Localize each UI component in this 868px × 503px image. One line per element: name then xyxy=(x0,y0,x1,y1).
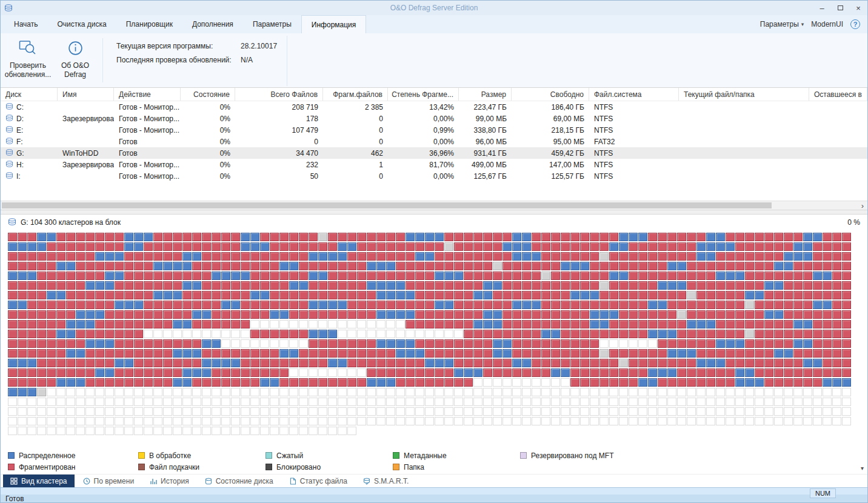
cluster-block[interactable] xyxy=(115,262,124,270)
cluster-block[interactable] xyxy=(425,339,434,348)
cluster-block[interactable] xyxy=(658,242,667,251)
cluster-block[interactable] xyxy=(47,281,56,290)
cluster-block[interactable] xyxy=(677,417,686,425)
cluster-block[interactable] xyxy=(570,233,579,241)
cluster-block[interactable] xyxy=(27,281,36,290)
cluster-block[interactable] xyxy=(338,407,347,416)
cluster-block[interactable] xyxy=(415,368,424,377)
cluster-block[interactable] xyxy=(27,320,36,328)
cluster-block[interactable] xyxy=(173,233,182,241)
cluster-block[interactable] xyxy=(415,252,424,261)
cluster-block[interactable] xyxy=(396,330,405,338)
cluster-block[interactable] xyxy=(755,398,764,406)
cluster-block[interactable] xyxy=(658,359,667,367)
cluster-block[interactable] xyxy=(745,252,754,261)
cluster-block[interactable] xyxy=(18,407,27,416)
cluster-block[interactable] xyxy=(677,368,686,377)
cluster-block[interactable] xyxy=(493,301,502,309)
cluster-block[interactable] xyxy=(153,349,162,358)
cluster-block[interactable] xyxy=(551,252,560,261)
cluster-block[interactable] xyxy=(638,262,647,270)
cluster-block[interactable] xyxy=(231,359,240,367)
cluster-block[interactable] xyxy=(454,233,463,241)
cluster-block[interactable] xyxy=(221,262,230,270)
cluster-block[interactable] xyxy=(726,417,735,425)
cluster-block[interactable] xyxy=(182,407,192,416)
cluster-block[interactable] xyxy=(638,359,647,367)
cluster-block[interactable] xyxy=(590,407,599,416)
cluster-block[interactable] xyxy=(522,262,531,270)
cluster-block[interactable] xyxy=(638,320,647,328)
cluster-block[interactable] xyxy=(774,281,783,290)
cluster-block[interactable] xyxy=(386,291,395,299)
cluster-block[interactable] xyxy=(590,291,599,299)
cluster-block[interactable] xyxy=(561,388,570,396)
cluster-block[interactable] xyxy=(774,378,783,387)
cluster-block[interactable] xyxy=(212,330,221,338)
about-button[interactable]: Об O&O Defrag xyxy=(52,36,99,86)
cluster-block[interactable] xyxy=(735,398,744,406)
cluster-block[interactable] xyxy=(580,310,589,319)
cluster-block[interactable] xyxy=(570,310,579,319)
cluster-block[interactable] xyxy=(425,271,434,280)
cluster-block[interactable] xyxy=(687,301,696,309)
cluster-block[interactable] xyxy=(376,417,386,425)
cluster-block[interactable] xyxy=(367,291,376,299)
cluster-block[interactable] xyxy=(716,398,725,406)
cluster-block[interactable] xyxy=(231,271,240,280)
cluster-block[interactable] xyxy=(842,233,851,241)
cluster-block[interactable] xyxy=(813,291,822,299)
cluster-block[interactable] xyxy=(793,349,803,358)
cluster-block[interactable] xyxy=(241,310,250,319)
cluster-block[interactable] xyxy=(464,281,473,290)
cluster-block[interactable] xyxy=(406,378,415,387)
cluster-block[interactable] xyxy=(590,310,599,319)
cluster-block[interactable] xyxy=(367,271,376,280)
cluster-block[interactable] xyxy=(483,291,492,299)
cluster-block[interactable] xyxy=(638,301,647,309)
cluster-block[interactable] xyxy=(260,262,269,270)
cluster-block[interactable] xyxy=(435,252,444,261)
cluster-block[interactable] xyxy=(134,349,143,358)
cluster-block[interactable] xyxy=(444,271,453,280)
cluster-block[interactable] xyxy=(629,417,638,425)
cluster-block[interactable] xyxy=(270,271,279,280)
cluster-block[interactable] xyxy=(609,417,618,425)
cluster-block[interactable] xyxy=(309,388,318,396)
cluster-block[interactable] xyxy=(250,427,259,435)
column-header-remaining[interactable]: Оставшееся в xyxy=(809,88,867,101)
cluster-block[interactable] xyxy=(425,281,434,290)
cluster-block[interactable] xyxy=(66,388,75,396)
cluster-block[interactable] xyxy=(318,407,327,416)
cluster-block[interactable] xyxy=(609,330,618,338)
ribbon-tab-3[interactable]: Дополнения xyxy=(182,15,243,33)
cluster-block[interactable] xyxy=(706,417,715,425)
cluster-block[interactable] xyxy=(726,301,735,309)
cluster-block[interactable] xyxy=(551,349,560,358)
view-tab-2[interactable]: История xyxy=(142,475,196,487)
cluster-block[interactable] xyxy=(755,349,764,358)
cluster-block[interactable] xyxy=(609,271,618,280)
cluster-block[interactable] xyxy=(299,398,308,406)
cluster-block[interactable] xyxy=(551,368,560,377)
cluster-block[interactable] xyxy=(338,388,347,396)
cluster-block[interactable] xyxy=(512,291,521,299)
cluster-block[interactable] xyxy=(658,320,667,328)
cluster-block[interactable] xyxy=(163,417,172,425)
cluster-block[interactable] xyxy=(376,398,386,406)
close-button[interactable]: × xyxy=(849,1,867,15)
cluster-block[interactable] xyxy=(163,339,172,348)
cluster-block[interactable] xyxy=(755,388,764,396)
cluster-block[interactable] xyxy=(289,339,298,348)
cluster-block[interactable] xyxy=(667,349,676,358)
cluster-block[interactable] xyxy=(580,262,589,270)
cluster-block[interactable] xyxy=(570,378,579,387)
cluster-block[interactable] xyxy=(8,233,17,241)
cluster-block[interactable] xyxy=(764,359,773,367)
cluster-block[interactable] xyxy=(115,242,124,251)
cluster-block[interactable] xyxy=(590,233,599,241)
cluster-block[interactable] xyxy=(95,271,104,280)
cluster-block[interactable] xyxy=(580,407,589,416)
cluster-block[interactable] xyxy=(464,252,473,261)
cluster-block[interactable] xyxy=(105,407,114,416)
